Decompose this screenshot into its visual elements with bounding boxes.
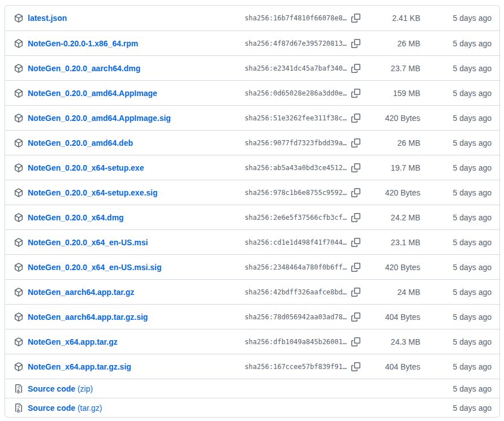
asset-file-link[interactable]: NoteGen_0.20.0_aarch64.dmg — [28, 64, 140, 73]
copy-sha-button[interactable] — [351, 313, 360, 322]
asset-size: 24 MB — [364, 288, 420, 297]
asset-row: NoteGen_aarch64.app.tar.gz sha256:42bdff… — [5, 279, 499, 304]
copy-sha-button[interactable] — [351, 163, 360, 172]
asset-file-link[interactable]: NoteGen_x64.app.tar.gz.sig — [28, 362, 131, 371]
asset-age: 5 days ago — [420, 138, 492, 147]
asset-size: 23.7 MB — [364, 64, 420, 73]
copy-sha-button[interactable] — [351, 39, 360, 48]
copy-sha-button[interactable] — [351, 238, 360, 247]
copy-sha-button[interactable] — [351, 263, 360, 272]
copy-icon — [351, 313, 360, 322]
source-code-format: (zip) — [77, 384, 93, 393]
asset-file-link[interactable]: latest.json — [28, 14, 67, 23]
copy-icon — [351, 213, 360, 222]
copy-icon — [351, 39, 360, 48]
asset-size: 420 Bytes — [364, 263, 420, 272]
asset-file-link[interactable]: NoteGen-0.20.0-1.x86_64.rpm — [28, 39, 138, 48]
copy-sha-button[interactable] — [351, 64, 360, 73]
asset-file-link[interactable]: NoteGen_0.20.0_x64-setup.exe.sig — [28, 188, 158, 197]
asset-file-link[interactable]: NoteGen_0.20.0_amd64.deb — [28, 138, 133, 147]
sha256-digest: sha256:42bdff326aafce8bd… — [244, 288, 347, 296]
asset-size: 26 MB — [364, 39, 420, 48]
copy-sha-button[interactable] — [351, 14, 360, 23]
asset-file-link[interactable]: NoteGen_0.20.0_x64.dmg — [28, 213, 124, 222]
asset-size: 420 Bytes — [364, 188, 420, 197]
asset-row: NoteGen_0.20.0_x64_en-US.msi.sig sha256:… — [5, 254, 499, 279]
asset-age: 5 days ago — [420, 362, 492, 371]
asset-row: NoteGen_0.20.0_x64.dmg sha256:2e6e5f3756… — [5, 205, 499, 229]
asset-age: 5 days ago — [420, 89, 492, 98]
asset-age: 5 days ago — [420, 64, 492, 73]
copy-icon — [351, 64, 360, 73]
asset-size: 404 Bytes — [364, 313, 420, 322]
asset-age: 5 days ago — [420, 238, 492, 247]
asset-size: 159 MB — [364, 89, 420, 98]
asset-size: 19.7 MB — [364, 163, 420, 172]
asset-row: NoteGen_0.20.0_x64-setup.exe sha256:ab5a… — [5, 155, 499, 180]
sha256-digest: sha256:4f87d67e395720813… — [244, 40, 347, 47]
asset-age: 5 days ago — [420, 213, 492, 222]
sha256-digest: sha256:dfb1049a845b26001… — [244, 338, 347, 346]
source-code-link[interactable]: Source code (tar.gz) — [28, 403, 102, 413]
copy-sha-button[interactable] — [351, 362, 360, 371]
asset-size: 404 Bytes — [364, 362, 420, 371]
asset-file-link[interactable]: NoteGen_x64.app.tar.gz — [28, 337, 118, 346]
package-icon — [14, 238, 23, 247]
copy-sha-button[interactable] — [351, 337, 360, 346]
asset-age: 5 days ago — [420, 337, 492, 346]
package-icon — [14, 362, 23, 371]
file-zip-icon — [14, 403, 23, 413]
source-code-label: Source code — [28, 403, 75, 413]
asset-file-link[interactable]: NoteGen_0.20.0_x64_en-US.msi.sig — [28, 263, 162, 272]
copy-sha-button[interactable] — [351, 188, 360, 197]
copy-sha-button[interactable] — [351, 114, 360, 123]
copy-icon — [351, 188, 360, 197]
package-icon — [14, 138, 23, 147]
asset-age: 5 days ago — [420, 288, 492, 297]
copy-sha-button[interactable] — [351, 288, 360, 297]
package-icon — [14, 263, 23, 272]
asset-size: 23.1 MB — [364, 238, 420, 247]
copy-icon — [351, 89, 360, 98]
source-code-link[interactable]: Source code (zip) — [28, 384, 93, 393]
asset-size: 26 MB — [364, 138, 420, 147]
asset-file-link[interactable]: NoteGen_0.20.0_amd64.AppImage — [28, 89, 157, 98]
copy-sha-button[interactable] — [351, 89, 360, 98]
package-icon — [14, 39, 23, 48]
package-icon — [14, 288, 23, 297]
package-icon — [14, 313, 23, 322]
asset-file-link[interactable]: NoteGen_0.20.0_x64-setup.exe — [28, 163, 144, 172]
asset-row: NoteGen_0.20.0_aarch64.dmg sha256:e2341d… — [5, 55, 499, 80]
sha256-digest: sha256:ab5a43a0bd3ce4512… — [244, 164, 347, 172]
copy-icon — [351, 337, 360, 346]
sha256-digest: sha256:0d65028e286a3dd0e… — [244, 89, 347, 97]
asset-file-link[interactable]: NoteGen_0.20.0_x64_en-US.msi — [28, 238, 148, 247]
asset-row: NoteGen_aarch64.app.tar.gz.sig sha256:78… — [5, 304, 499, 329]
sha256-digest: sha256:51e3262fee311f38c… — [244, 114, 347, 122]
copy-icon — [351, 138, 360, 147]
asset-age: 5 days ago — [420, 313, 492, 322]
asset-file-link[interactable]: NoteGen_aarch64.app.tar.gz — [28, 288, 134, 297]
asset-file-link[interactable]: NoteGen_aarch64.app.tar.gz.sig — [28, 313, 148, 322]
copy-icon — [351, 238, 360, 247]
source-code-row: Source code (zip) 5 days ago — [5, 379, 499, 398]
copy-icon — [351, 263, 360, 272]
copy-icon — [351, 288, 360, 297]
sha256-digest: sha256:978c1b6e8755c9592… — [244, 189, 347, 197]
asset-file-link[interactable]: NoteGen_0.20.0_amd64.AppImage.sig — [28, 114, 171, 123]
copy-sha-button[interactable] — [351, 138, 360, 147]
asset-age: 5 days ago — [420, 163, 492, 172]
asset-size: 2.41 KB — [364, 14, 420, 23]
release-assets-list: latest.json sha256:16b7f4810f66078e8… 2.… — [5, 5, 500, 418]
asset-age: 5 days ago — [420, 263, 492, 272]
copy-icon — [351, 362, 360, 371]
package-icon — [14, 337, 23, 346]
asset-age: 5 days ago — [420, 114, 492, 123]
asset-age: 5 days ago — [420, 384, 492, 393]
copy-sha-button[interactable] — [351, 213, 360, 222]
asset-row: NoteGen_0.20.0_amd64.deb sha256:9077fd73… — [5, 130, 499, 155]
asset-age: 5 days ago — [420, 403, 492, 413]
sha256-digest: sha256:167ccee57bf839f91… — [244, 363, 347, 371]
sha256-digest: sha256:2348464a780f0b6ff… — [244, 263, 347, 271]
package-icon — [14, 188, 23, 197]
